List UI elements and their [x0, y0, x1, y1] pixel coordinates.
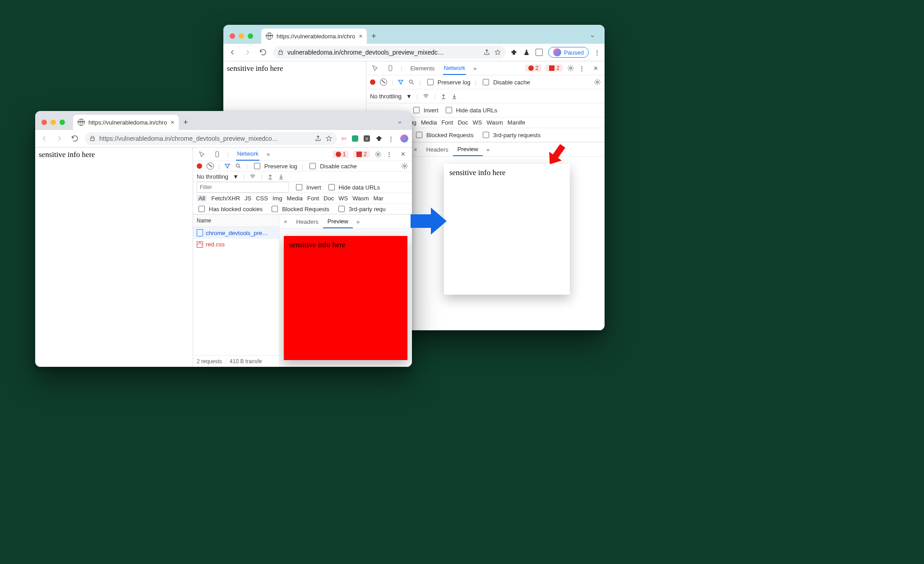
search-icon[interactable]	[408, 79, 415, 85]
chip[interactable]: Font	[441, 119, 453, 126]
upload-icon[interactable]	[440, 93, 447, 99]
menu-icon[interactable]: ⋮	[388, 135, 395, 142]
device-icon[interactable]	[385, 63, 396, 74]
tabs-overflow-icon[interactable]	[589, 33, 596, 39]
filter-input[interactable]	[197, 182, 289, 193]
record-icon[interactable]	[370, 79, 375, 85]
share-icon[interactable]	[483, 49, 490, 56]
disable-cache-checkbox[interactable]: Disable cache	[308, 162, 357, 171]
share-icon[interactable]	[314, 135, 322, 142]
tab-close-icon[interactable]: ×	[171, 119, 174, 126]
back-button[interactable]	[39, 133, 50, 144]
search-icon[interactable]	[235, 163, 241, 169]
chip[interactable]: Doc	[457, 119, 468, 126]
error-count-2[interactable]: 2	[546, 65, 563, 72]
inspect-icon[interactable]	[370, 63, 381, 74]
flask-icon[interactable]	[523, 49, 530, 56]
forward-button[interactable]	[54, 133, 65, 144]
chip[interactable]: CSS	[256, 195, 268, 202]
detail-tab-headers[interactable]: Headers	[292, 216, 323, 228]
download-icon[interactable]	[451, 93, 457, 99]
tabs-more-icon[interactable]: »	[267, 151, 270, 157]
network-settings-icon[interactable]	[401, 162, 408, 170]
settings-icon[interactable]	[567, 65, 574, 72]
new-tab-button[interactable]: +	[179, 118, 193, 127]
devtools-close-icon[interactable]: ✕	[397, 149, 408, 160]
address-bar[interactable]: https://vulnerabledoma.in/chrome_devtool…	[85, 132, 337, 145]
throttling-select[interactable]: No throttling	[197, 173, 228, 180]
clear-icon[interactable]	[207, 162, 214, 170]
extensions-icon[interactable]	[375, 135, 383, 142]
chip[interactable]: WS	[338, 195, 348, 202]
preserve-log-checkbox[interactable]: Preserve log	[425, 78, 471, 87]
devtools-menu-icon[interactable]: ⋮	[386, 151, 393, 157]
panel-icon[interactable]	[536, 49, 543, 56]
blocked-requests-checkbox[interactable]: Blocked Requests	[270, 204, 329, 213]
thirdparty-checkbox[interactable]: 3rd-party requests	[481, 130, 541, 139]
disable-cache-checkbox[interactable]: Disable cache	[481, 78, 530, 87]
bookmark-icon[interactable]	[494, 49, 501, 56]
network-settings-icon[interactable]	[594, 79, 601, 86]
chip[interactable]: Wasm	[352, 195, 369, 202]
wifi-icon[interactable]	[249, 173, 256, 180]
tab-network[interactable]: Network	[236, 148, 259, 161]
error-count-1[interactable]: 2	[525, 65, 542, 72]
chip[interactable]: Wasm	[486, 119, 503, 126]
blocked-cookies-checkbox[interactable]: Has blocked cookies	[197, 204, 263, 213]
tab-network[interactable]: Network	[443, 62, 467, 75]
profile-paused-chip[interactable]: Paused	[548, 47, 589, 58]
device-icon[interactable]	[212, 149, 223, 160]
chip[interactable]: Fetch/XHR	[211, 195, 240, 202]
record-icon[interactable]	[197, 163, 202, 169]
bookmark-icon[interactable]	[325, 135, 333, 142]
chip[interactable]: Mar	[373, 195, 383, 202]
blocked-requests-checkbox[interactable]: Blocked Requests	[414, 130, 474, 139]
back-button[interactable]	[227, 47, 238, 58]
detail-close-icon[interactable]: ×	[279, 218, 292, 225]
request-row[interactable]: chrome_devtools_pre…	[193, 227, 279, 239]
tab-elements[interactable]: Elements	[409, 62, 435, 74]
detail-more-icon[interactable]: »	[353, 218, 363, 225]
reload-button[interactable]	[258, 47, 268, 58]
chip[interactable]: Media	[421, 119, 437, 126]
forward-button[interactable]	[242, 47, 253, 58]
detail-tab-preview[interactable]: Preview	[323, 215, 353, 228]
devtools-close-icon[interactable]: ✕	[590, 63, 601, 74]
chip[interactable]: All	[197, 195, 207, 202]
close-icon[interactable]	[42, 120, 47, 125]
browser-tab[interactable]: https://vulnerabledoma.in/chro ×	[73, 115, 179, 130]
filter-icon[interactable]	[397, 79, 404, 85]
traffic-lights[interactable]	[230, 33, 253, 39]
hide-data-urls-checkbox[interactable]: Hide data URLs	[444, 106, 498, 115]
new-tab-button[interactable]: +	[367, 32, 381, 41]
minimize-icon[interactable]	[51, 120, 56, 125]
tab-close-icon[interactable]: ×	[359, 32, 362, 40]
reload-button[interactable]	[69, 133, 80, 144]
clear-icon[interactable]	[380, 79, 387, 86]
upload-icon[interactable]	[267, 173, 273, 180]
settings-icon[interactable]	[374, 151, 382, 158]
tabs-overflow-icon[interactable]	[397, 119, 403, 125]
browser-tab[interactable]: https://vulnerabledoma.in/chro ×	[261, 28, 367, 44]
zoom-icon[interactable]	[248, 33, 253, 39]
invert-checkbox[interactable]: Invert	[294, 183, 321, 192]
extensions-icon[interactable]	[510, 49, 517, 56]
wifi-icon[interactable]	[422, 93, 430, 99]
avatar-icon[interactable]	[400, 134, 408, 143]
error-count-1[interactable]: 1	[333, 151, 349, 158]
invert-checkbox[interactable]: Invert	[411, 106, 439, 115]
menu-icon[interactable]: ⋮	[594, 49, 601, 56]
chip[interactable]: Img	[273, 195, 282, 202]
inspect-icon[interactable]	[197, 149, 208, 160]
ext-gray-icon[interactable]: n	[364, 135, 370, 142]
throttling-select[interactable]: No throttling	[370, 93, 402, 100]
ext-green-icon[interactable]	[352, 135, 358, 142]
address-bar[interactable]: vulnerabledoma.in/chrome_devtools_previe…	[273, 46, 506, 59]
tabs-more-icon[interactable]: »	[473, 65, 476, 72]
chip[interactable]: Doc	[323, 195, 334, 202]
error-count-2[interactable]: 2	[353, 151, 370, 158]
chip[interactable]: Media	[287, 195, 303, 202]
detail-tab-preview[interactable]: Preview	[453, 143, 483, 156]
download-icon[interactable]	[278, 173, 284, 180]
thirdparty-checkbox[interactable]: 3rd-party requ	[337, 204, 386, 213]
